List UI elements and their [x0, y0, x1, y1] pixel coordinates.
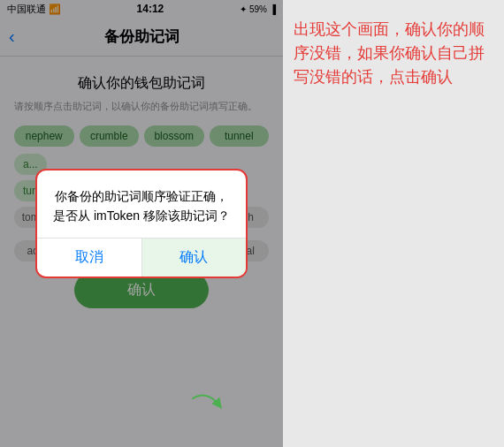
arrow-icon: [189, 387, 225, 422]
dialog-overlay: 你备份的助记词顺序验证正确，是否从 imToken 移除该助记词？ 取消 确认: [0, 0, 283, 447]
dialog-confirm-button[interactable]: 确认: [142, 239, 247, 277]
dialog-cancel-button[interactable]: 取消: [37, 239, 142, 277]
dialog-message: 你备份的助记词顺序验证正确，是否从 imToken 移除该助记词？: [51, 186, 232, 226]
annotation-text: 出现这个画面，确认你的顺序没错，如果你确认自己拼写没错的话，点击确认: [294, 18, 493, 89]
annotation-panel: 出现这个画面，确认你的顺序没错，如果你确认自己拼写没错的话，点击确认: [283, 0, 504, 447]
dialog: 你备份的助记词顺序验证正确，是否从 imToken 移除该助记词？ 取消 确认: [35, 169, 248, 279]
phone-container: 中国联通 📶 14:12 ✦ 59% ▐ ‹ 备份助记词 确认你的钱包助记词 请…: [0, 0, 283, 447]
dialog-body: 你备份的助记词顺序验证正确，是否从 imToken 移除该助记词？: [37, 170, 246, 239]
dialog-actions: 取消 确认: [37, 238, 246, 277]
